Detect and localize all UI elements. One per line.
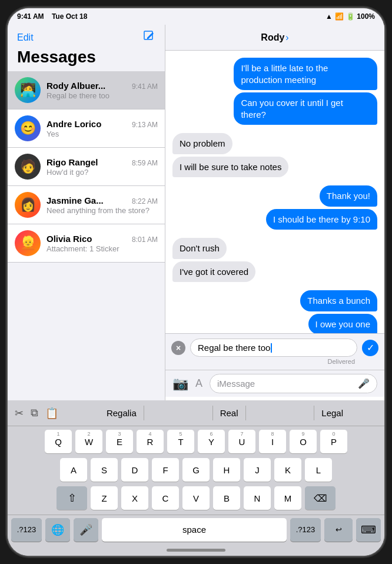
conversation-item-jasmine[interactable]: 👩Jasmine Ga...8:22 AMNeed anything from …	[8, 186, 165, 224]
key-k[interactable]: K	[274, 458, 301, 482]
message-row-2: No problem	[172, 133, 377, 154]
time-text: 9:41 AM	[17, 12, 44, 21]
key-f[interactable]: F	[152, 458, 179, 482]
conv-preview-andre: Yes	[46, 130, 158, 138]
date-text: Tue Oct 18	[52, 12, 87, 21]
wifi-icon: 📶	[335, 12, 344, 21]
status-icons: ▲ 📶 🔋 100%	[325, 12, 375, 21]
conv-info-andre: Andre Lorico9:13 AMYes	[46, 119, 158, 138]
key-g[interactable]: G	[182, 458, 210, 482]
numbers-key[interactable]: .?123	[11, 518, 42, 542]
key-q[interactable]: 1Q	[45, 430, 72, 453]
copy-icon[interactable]: ⧉	[31, 407, 38, 420]
key-p[interactable]: 0P	[320, 430, 347, 453]
key-u[interactable]: 7U	[228, 430, 255, 453]
conv-info-rody: Rody Albuer...9:41 AMRegal be there too	[46, 81, 158, 100]
space-key[interactable]: space	[102, 518, 287, 542]
mic-icon[interactable]: 🎤	[358, 378, 370, 389]
clear-button[interactable]: ×	[171, 341, 185, 355]
chat-header: Rody ›	[165, 25, 384, 51]
conv-time-rigo: 8:59 AM	[132, 159, 158, 167]
conv-name-rigo: Rigo Rangel	[46, 157, 98, 167]
key-o[interactable]: 9O	[290, 430, 317, 453]
app-icon[interactable]: A	[195, 377, 202, 390]
key-s[interactable]: S	[91, 458, 118, 482]
paste-icon[interactable]: 📋	[45, 407, 58, 420]
autocorrect-word-3[interactable]: Legal	[314, 406, 350, 420]
conversation-item-rigo[interactable]: 🧑Rigo Rangel8:59 AMHow'd it go?	[8, 148, 165, 186]
dictation-key[interactable]: 🎤	[74, 518, 98, 542]
chat-contact-name: Rody	[261, 32, 284, 43]
keyboard-row-3: ⇧ Z X C V B N M ⌫	[10, 486, 382, 510]
message-bubble-9: I owe you one	[308, 314, 377, 334]
key-shift[interactable]: ⇧	[57, 486, 87, 510]
camera-icon[interactable]: 📷	[172, 376, 188, 392]
cut-icon[interactable]: ✂	[15, 407, 24, 420]
imessage-placeholder[interactable]: iMessage	[217, 379, 255, 389]
key-h[interactable]: H	[213, 458, 240, 482]
autocorrect-suggestions: Regalia Real Legal	[65, 406, 384, 420]
edit-button[interactable]: Edit	[17, 32, 34, 43]
key-t[interactable]: 5T	[167, 430, 194, 453]
key-d[interactable]: D	[121, 458, 148, 482]
home-bar-area	[8, 544, 384, 556]
key-a[interactable]: A	[60, 458, 87, 482]
key-v[interactable]: V	[182, 486, 210, 510]
chat-chevron-icon[interactable]: ›	[285, 32, 288, 43]
conv-name-rody: Rody Albuer...	[46, 81, 105, 91]
conversation-item-olivia[interactable]: 👱Olivia Rico8:01 AMAttachment: 1 Sticker	[8, 224, 165, 263]
keyboard-row-1: 1Q 2W 3E 4R 5T 6Y 7U 8I 9O 0P	[10, 430, 382, 453]
sidebar: Edit Messages 🧑‍💻Rody Albuer...9:41 AMRe…	[8, 25, 165, 400]
message-bubble-2: No problem	[172, 133, 232, 154]
message-input-wrapper[interactable]: Regal be there too	[190, 339, 357, 357]
avatar-rody: 🧑‍💻	[15, 77, 41, 103]
key-m[interactable]: M	[274, 486, 301, 510]
conversation-item-rody[interactable]: 🧑‍💻Rody Albuer...9:41 AMRegal be there t…	[8, 71, 165, 110]
avatar-olivia: 👱	[15, 230, 41, 256]
key-l[interactable]: L	[305, 458, 332, 482]
conversation-list: 🧑‍💻Rody Albuer...9:41 AMRegal be there t…	[8, 71, 165, 400]
key-i[interactable]: 8I	[259, 430, 286, 453]
key-n[interactable]: N	[244, 486, 271, 510]
message-row-7: I've got it covered	[172, 261, 377, 283]
key-c[interactable]: C	[152, 486, 179, 510]
avatar-jasmine: 👩	[15, 192, 41, 218]
key-y[interactable]: 6Y	[198, 430, 225, 453]
key-x[interactable]: X	[121, 486, 148, 510]
message-input-text: Regal be there too	[198, 343, 270, 353]
send-button[interactable]: ✓	[362, 340, 378, 356]
compose-button[interactable]	[142, 29, 155, 45]
input-row: × Regal be there too ✓	[171, 339, 378, 357]
keyboard-dismiss-key[interactable]: ⌨	[356, 518, 381, 542]
key-b[interactable]: B	[213, 486, 240, 510]
return-key[interactable]: ↩	[324, 518, 353, 542]
key-z[interactable]: Z	[91, 486, 118, 510]
battery-icon: 🔋 100%	[346, 12, 375, 21]
conv-time-rody: 9:41 AM	[132, 82, 158, 91]
conv-time-andre: 9:13 AM	[132, 121, 158, 129]
key-w[interactable]: 2W	[75, 430, 102, 453]
status-time: 9:41 AM Tue Oct 18	[17, 12, 325, 21]
autocorrect-word-1[interactable]: Regalia	[99, 406, 144, 420]
message-row-6: Don't rush	[172, 238, 377, 259]
signal-icon: ▲	[325, 12, 333, 21]
numbers-key-right[interactable]: .?123	[290, 518, 321, 542]
conv-preview-rody: Regal be there too	[46, 91, 158, 100]
message-bubble-4: Thank you!	[320, 185, 377, 207]
message-bubble-8: Thanks a bunch	[300, 290, 377, 311]
chat-input-area: × Regal be there too ✓ Delivered	[165, 333, 384, 370]
key-e[interactable]: 3E	[106, 430, 133, 453]
key-j[interactable]: J	[244, 458, 271, 482]
message-row-0: I'll be a little late to the production …	[172, 58, 377, 90]
key-r[interactable]: 4R	[137, 430, 164, 453]
autocorrect-word-2[interactable]: Real	[212, 406, 246, 420]
autocorrect-tools: ✂ ⧉ 📋	[8, 407, 65, 420]
chat-panel: Rody › I'll be a little late to the prod…	[165, 25, 384, 400]
conversation-item-andre[interactable]: 😊Andre Lorico9:13 AMYes	[8, 110, 165, 148]
message-row-4: Thank you!	[172, 185, 377, 207]
globe-key[interactable]: 🌐	[45, 518, 70, 542]
key-delete[interactable]: ⌫	[305, 486, 335, 510]
sidebar-title: Messages	[8, 48, 165, 71]
conv-preview-jasmine: Need anything from the store?	[46, 206, 158, 215]
keyboard: 1Q 2W 3E 4R 5T 6Y 7U 8I 9O 0P A S D F G …	[8, 426, 384, 515]
